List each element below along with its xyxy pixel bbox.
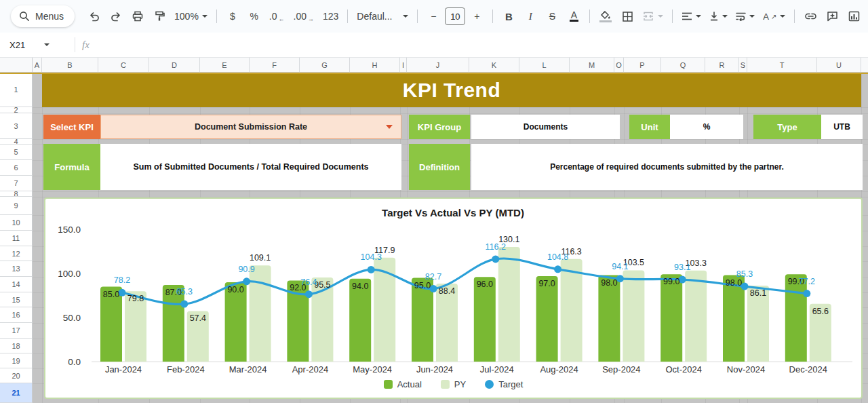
formula-value-cell[interactable]: Sum of Submitted Documents / Total Requi… — [100, 144, 401, 190]
svg-text:50.0: 50.0 — [63, 313, 81, 323]
legend-item-actual: Actual — [384, 379, 422, 389]
font-size-input[interactable]: 10 — [445, 7, 465, 25]
column-header-F[interactable]: F — [250, 58, 300, 73]
vertical-align-button[interactable] — [706, 6, 731, 26]
paint-format-button[interactable] — [149, 6, 170, 26]
name-box-value: X21 — [9, 40, 25, 50]
row-header-3[interactable]: 3 — [0, 113, 33, 139]
arrow-left-icon: ← — [279, 16, 285, 22]
horizontal-align-button[interactable] — [678, 6, 705, 26]
strikethrough-icon: S — [549, 11, 555, 22]
svg-text:104.3: 104.3 — [361, 252, 382, 262]
kpi-group-value-cell[interactable]: Documents — [471, 115, 620, 139]
column-header-M[interactable]: M — [570, 58, 614, 73]
svg-text:85.3: 85.3 — [736, 269, 753, 279]
kpi-group-label-cell[interactable]: KPI Group — [409, 115, 470, 139]
bold-button[interactable]: B — [498, 6, 519, 26]
text-wrap-button[interactable] — [732, 6, 758, 26]
unit-value-cell[interactable]: % — [670, 115, 743, 139]
column-header-D[interactable]: D — [149, 58, 200, 73]
dashboard-title-cell[interactable]: KPI Trend — [42, 73, 861, 107]
menus-search-button[interactable]: Menus — [11, 5, 75, 27]
row-header-19[interactable]: 19 — [0, 353, 33, 368]
font-select[interactable]: Defaul... — [353, 6, 412, 26]
row-header-15[interactable]: 15 — [0, 292, 33, 307]
decrease-font-size-button[interactable]: − — [423, 6, 443, 26]
column-header-I[interactable]: I — [400, 58, 407, 73]
insert-chart-button[interactable] — [844, 6, 864, 26]
column-header-G[interactable]: G — [300, 58, 350, 73]
select-kpi-value: Document Submission Rate — [195, 122, 307, 132]
format-percent-button[interactable]: % — [244, 6, 264, 26]
column-header-H[interactable]: H — [350, 58, 400, 73]
row-header-18[interactable]: 18 — [0, 339, 33, 353]
column-header-B[interactable]: B — [42, 58, 98, 73]
column-header-O[interactable]: O — [614, 58, 624, 73]
column-header-J[interactable]: J — [407, 58, 469, 73]
column-header-K[interactable]: K — [469, 58, 519, 73]
column-header-C[interactable]: C — [98, 58, 149, 73]
print-button[interactable] — [127, 6, 148, 26]
column-header-A[interactable]: A — [33, 58, 42, 73]
row-header-17[interactable]: 17 — [0, 323, 33, 339]
decrease-decimal-button[interactable]: .0← — [266, 6, 289, 26]
column-header-P[interactable]: P — [624, 58, 661, 73]
zoom-select[interactable]: 100% — [171, 6, 211, 26]
name-box[interactable]: X21 — [0, 40, 68, 50]
redo-button[interactable] — [106, 6, 126, 26]
strikethrough-button[interactable]: S — [542, 6, 562, 26]
column-header-L[interactable]: L — [519, 58, 570, 73]
kpi-group-value: Documents — [524, 122, 568, 132]
unit-label-cell[interactable]: Unit — [629, 115, 670, 139]
insert-comment-button[interactable] — [822, 6, 842, 26]
column-header-U[interactable]: U — [817, 58, 861, 73]
chevron-down-icon — [44, 43, 50, 46]
fill-color-icon — [599, 11, 612, 22]
merge-cells-button[interactable] — [639, 6, 667, 26]
row-header-6[interactable]: 6 — [0, 160, 33, 176]
row-header-10[interactable]: 10 — [0, 215, 33, 231]
row-header-21[interactable]: 21 — [0, 383, 33, 403]
italic-button[interactable]: I — [520, 6, 540, 26]
row-header-20[interactable]: 20 — [0, 368, 33, 383]
text-color-button[interactable]: A — [564, 6, 584, 26]
row-header-7[interactable]: 7 — [0, 176, 33, 191]
column-header-Q[interactable]: Q — [661, 58, 705, 73]
row-header-12[interactable]: 12 — [0, 246, 33, 261]
undo-button[interactable] — [84, 6, 104, 26]
type-label-cell[interactable]: Type — [753, 115, 821, 139]
select-kpi-label-cell[interactable]: Select KPI — [43, 115, 100, 139]
formula-label-cell[interactable]: Formula — [43, 144, 100, 190]
definition-label-cell[interactable]: Definition — [409, 144, 470, 190]
column-header-T[interactable]: T — [747, 58, 817, 73]
chevron-down-icon — [202, 15, 208, 18]
bar-py — [250, 265, 271, 362]
column-header-S[interactable]: S — [739, 58, 747, 73]
row-header-16[interactable]: 16 — [0, 307, 33, 323]
row-header-8[interactable]: 8 — [0, 191, 33, 197]
format-currency-button[interactable]: $ — [222, 6, 243, 26]
row-header-11[interactable]: 11 — [0, 231, 33, 246]
type-value-cell[interactable]: UTB — [821, 115, 863, 139]
increase-decimal-button[interactable]: .00→ — [290, 6, 318, 26]
redo-icon — [110, 10, 122, 22]
row-header-9[interactable]: 9 — [0, 197, 33, 215]
row-header-13[interactable]: 13 — [0, 261, 33, 277]
row-header-5[interactable]: 5 — [0, 145, 33, 160]
text-rotation-button[interactable]: A↗ — [760, 6, 789, 26]
column-header-E[interactable]: E — [200, 58, 250, 73]
definition-value-cell[interactable]: Percentage of required documents submitt… — [471, 144, 863, 190]
increase-font-size-button[interactable]: + — [467, 6, 487, 26]
kpi-chart-panel[interactable]: Target Vs Actual Vs PY (MTD) 0.050.0100.… — [44, 197, 863, 399]
row-header-4[interactable]: 4 — [0, 139, 33, 145]
select-all-corner[interactable] — [0, 58, 33, 73]
more-formats-button[interactable]: 123 — [319, 6, 342, 26]
column-header-R[interactable]: R — [705, 58, 739, 73]
insert-link-button[interactable] — [800, 6, 821, 26]
row-header-2[interactable]: 2 — [0, 107, 33, 113]
borders-button[interactable] — [617, 6, 637, 26]
select-kpi-dropdown[interactable]: Document Submission Rate — [100, 115, 401, 139]
row-header-1[interactable]: 1 — [0, 73, 33, 107]
row-header-14[interactable]: 14 — [0, 277, 33, 292]
fill-color-button[interactable] — [595, 6, 616, 26]
